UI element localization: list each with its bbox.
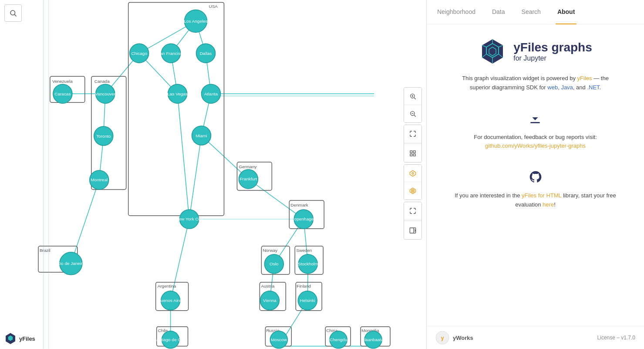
about-description: This graph visualization widget is power… (453, 74, 618, 92)
svg-rect-92 (413, 151, 415, 153)
svg-line-1 (14, 14, 16, 16)
svg-line-102 (415, 229, 415, 230)
yfiles-link[interactable]: yFiles (577, 75, 592, 81)
svg-point-62 (264, 254, 283, 274)
svg-line-85 (414, 98, 416, 99)
svg-point-78 (330, 331, 347, 349)
svg-text:Finland: Finland (297, 284, 311, 288)
node-lasvegas[interactable]: Las Vegas (167, 84, 188, 103)
grid-button[interactable] (404, 145, 421, 162)
svg-point-54 (90, 170, 109, 190)
svg-rect-4 (128, 2, 224, 216)
graph-canvas: USA Canada Venezuela Germany Denmark Nor… (0, 0, 426, 349)
web-link[interactable]: web (547, 84, 558, 91)
svg-point-46 (192, 126, 211, 145)
node-frankfurt[interactable]: Frankfurt (239, 169, 258, 189)
yfiles-html-link[interactable]: yFiles for HTML (522, 192, 561, 199)
yfiles-logo-text: yFiles (19, 335, 35, 342)
about-html-text: If you are interested in the yFiles for … (453, 191, 618, 210)
node-montreal[interactable]: Montreal (90, 170, 109, 190)
svg-point-64 (298, 254, 317, 274)
yfiles-logo: yFiles (4, 332, 35, 345)
tab-neighborhood[interactable]: Neighborhood (435, 0, 477, 24)
svg-point-74 (162, 331, 179, 349)
node-caracas[interactable]: Caracas (53, 84, 72, 103)
node-atlanta[interactable]: Atlanta (202, 84, 221, 103)
yfiles-title: yFiles graphs for Jupyter (513, 41, 592, 62)
hierarchic-layout-button[interactable] (404, 182, 421, 200)
svg-point-96 (412, 173, 414, 174)
node-chengdu[interactable]: Chengdu (330, 331, 347, 349)
node-stockholm[interactable]: Stockholm (298, 254, 318, 274)
node-helsinki[interactable]: Helsinki (298, 291, 317, 310)
tab-search[interactable]: Search (520, 0, 543, 24)
svg-text:Venezuela: Venezuela (52, 79, 73, 84)
svg-text:Argentina: Argentina (158, 284, 176, 288)
zoom-out-button[interactable] (404, 105, 421, 122)
node-oslo[interactable]: Oslo (264, 254, 283, 274)
svg-point-56 (53, 84, 72, 103)
about-docs-section: For documentation, feedback or bug repor… (474, 112, 597, 160)
svg-point-99 (412, 190, 414, 192)
svg-point-44 (202, 84, 221, 103)
about-content: yFiles graphs for Jupyter This graph vis… (427, 24, 644, 326)
svg-point-38 (162, 44, 181, 63)
svg-marker-97 (410, 188, 415, 193)
svg-text:Norway: Norway (263, 248, 277, 253)
about-docs-text: For documentation, feedback or bug repor… (474, 133, 597, 151)
svg-point-36 (130, 44, 149, 63)
node-newyorkcity[interactable]: New York City (176, 210, 203, 229)
sidebar-toggle-button[interactable] (404, 222, 421, 239)
svg-point-68 (298, 291, 317, 310)
svg-line-103 (415, 230, 415, 232)
bottom-bar: y yWorks License – v1.7.0 (427, 326, 644, 349)
svg-point-0 (10, 10, 15, 15)
organic-layout-button[interactable] (404, 165, 421, 182)
java-link[interactable]: Java (561, 84, 573, 91)
node-toronto[interactable]: Toronto (94, 126, 113, 146)
node-losangeles[interactable]: Los Angeles (184, 10, 207, 32)
zoom-in-button[interactable] (404, 88, 421, 105)
github-link[interactable]: github.com/yWorks/yfiles-jupyter-graphs (485, 142, 586, 149)
svg-point-42 (168, 84, 187, 103)
node-miami[interactable]: Miami (192, 126, 211, 145)
svg-text:Canada: Canada (94, 79, 110, 84)
graph-panel: USA Canada Venezuela Germany Denmark Nor… (0, 0, 427, 349)
github-icon (529, 170, 543, 187)
node-moscow[interactable]: Moscow (270, 331, 287, 349)
svg-point-60 (294, 210, 313, 229)
svg-point-80 (364, 331, 382, 349)
title-main: yFiles graphs (513, 41, 592, 54)
svg-point-50 (96, 84, 115, 103)
node-sanfrancisco[interactable]: San Francisco (157, 44, 185, 63)
tab-data[interactable]: Data (490, 0, 507, 24)
svg-rect-100 (410, 228, 415, 233)
svg-point-40 (196, 44, 216, 63)
node-vancouver[interactable]: Vancouver (95, 84, 116, 103)
node-riodejaneiro[interactable]: Rio de Janeiro (57, 252, 85, 275)
search-button[interactable] (4, 4, 22, 22)
tab-about[interactable]: About (556, 0, 577, 24)
node-buenosaires[interactable]: Buenos Aires (158, 291, 183, 310)
svg-point-34 (185, 10, 207, 32)
svg-point-48 (180, 210, 199, 229)
node-dallas[interactable]: Dallas (196, 44, 216, 63)
fit-view-button[interactable] (404, 125, 421, 142)
node-ulaanbaatar[interactable]: Ulaanbaatar (361, 331, 385, 349)
svg-text:y: y (441, 335, 444, 341)
fullscreen-button[interactable] (404, 202, 421, 220)
net-link[interactable]: .NET (587, 84, 599, 91)
yworks-label: yWorks (453, 335, 473, 341)
node-vienna[interactable]: Vienna (260, 291, 279, 310)
svg-point-76 (270, 331, 287, 349)
here-link[interactable]: here (543, 201, 554, 208)
node-santiagodechile[interactable]: Santiago de Chile (153, 331, 188, 349)
svg-text:USA: USA (209, 4, 218, 9)
node-chicago[interactable]: Chicago (130, 44, 149, 63)
about-html-section: If you are interested in the yFiles for … (453, 170, 618, 218)
svg-point-58 (239, 169, 258, 189)
svg-point-98 (411, 190, 415, 193)
svg-point-72 (161, 291, 180, 310)
yworks-badge-icon: y (435, 331, 449, 345)
svg-point-66 (260, 291, 279, 310)
